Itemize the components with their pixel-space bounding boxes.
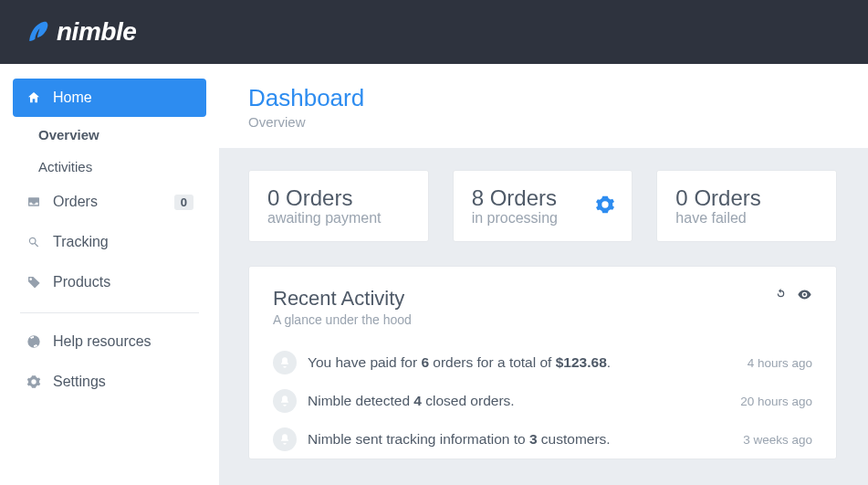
- sidebar-item-label: Orders: [53, 194, 163, 210]
- sidebar-item-label: Tracking: [53, 234, 193, 250]
- activity-time: 3 weeks ago: [743, 433, 812, 447]
- inbox-icon: [26, 194, 42, 210]
- bell-icon: [273, 351, 297, 374]
- main-content: Dashboard Overview 0 Orders awaiting pay…: [219, 64, 868, 485]
- activity-item: Nimble sent tracking information to 3 cu…: [273, 420, 812, 459]
- page-header: Dashboard Overview: [219, 64, 868, 148]
- sidebar-item-label: Help resources: [53, 333, 193, 350]
- brand-name: nimble: [57, 17, 136, 47]
- top-bar: nimble: [0, 0, 868, 64]
- stat-label: in processing: [472, 210, 614, 227]
- stat-card-failed[interactable]: 0 Orders have failed: [656, 170, 837, 242]
- activity-item: Nimble detected 4 closed orders. 20 hour…: [273, 382, 812, 420]
- page-title: Dashboard: [248, 84, 839, 112]
- stat-count: 8: [472, 185, 484, 210]
- stat-card-processing[interactable]: 8 Orders in processing: [453, 170, 633, 242]
- stat-label: awaiting payment: [267, 210, 410, 227]
- activity-text: Nimble detected 4 closed orders.: [308, 393, 729, 409]
- tag-icon: [26, 274, 42, 290]
- bell-icon: [273, 427, 297, 451]
- orders-count-badge: 0: [174, 195, 193, 210]
- activity-list: You have paid for 6 orders for a total o…: [273, 343, 812, 459]
- search-icon: [26, 234, 42, 250]
- activity-text: You have paid for 6 orders for a total o…: [308, 354, 737, 371]
- brand-logo[interactable]: nimble: [24, 15, 136, 49]
- sidebar-item-home[interactable]: Home: [13, 79, 206, 117]
- sidebar-sub-overview[interactable]: Overview: [13, 119, 206, 151]
- sidebar-item-help[interactable]: Help resources: [13, 322, 206, 361]
- stat-count: 0: [267, 185, 279, 210]
- page-subtitle: Overview: [248, 114, 839, 130]
- sidebar-item-label: Home: [53, 90, 193, 106]
- stat-count: 0: [675, 185, 687, 210]
- stat-label: have failed: [675, 210, 818, 227]
- sidebar: Home Overview Activities Orders 0 Tracki…: [0, 64, 219, 485]
- sidebar-item-label: Settings: [53, 374, 193, 390]
- stat-unit: Orders: [694, 185, 760, 210]
- sidebar-sub-activities[interactable]: Activities: [13, 151, 206, 183]
- refresh-icon[interactable]: [774, 287, 788, 305]
- gear-icon: [26, 374, 42, 390]
- stat-card-awaiting[interactable]: 0 Orders awaiting payment: [248, 170, 429, 242]
- life-ring-icon: [26, 333, 42, 350]
- activity-text: Nimble sent tracking information to 3 cu…: [308, 431, 732, 448]
- sidebar-item-tracking[interactable]: Tracking: [13, 223, 206, 261]
- sidebar-item-label: Products: [53, 274, 193, 290]
- gear-icon: [595, 195, 615, 218]
- activity-time: 4 hours ago: [748, 356, 812, 370]
- sidebar-item-settings[interactable]: Settings: [13, 363, 206, 401]
- divider: [20, 312, 199, 313]
- activity-card: Recent Activity A glance under the hood: [248, 266, 837, 459]
- stat-row: 0 Orders awaiting payment 8 Orders in pr…: [248, 170, 837, 242]
- activity-title: Recent Activity: [273, 287, 412, 311]
- activity-item: You have paid for 6 orders for a total o…: [273, 343, 812, 382]
- activity-subtitle: A glance under the hood: [273, 312, 412, 327]
- activity-time: 20 hours ago: [740, 395, 812, 408]
- eye-icon[interactable]: [797, 287, 812, 305]
- home-icon: [26, 90, 42, 106]
- sidebar-item-products[interactable]: Products: [13, 263, 206, 301]
- bell-icon: [273, 389, 297, 413]
- sidebar-item-orders[interactable]: Orders 0: [13, 183, 206, 221]
- stat-unit: Orders: [490, 185, 557, 210]
- feather-icon: [24, 15, 51, 49]
- stat-unit: Orders: [286, 185, 352, 210]
